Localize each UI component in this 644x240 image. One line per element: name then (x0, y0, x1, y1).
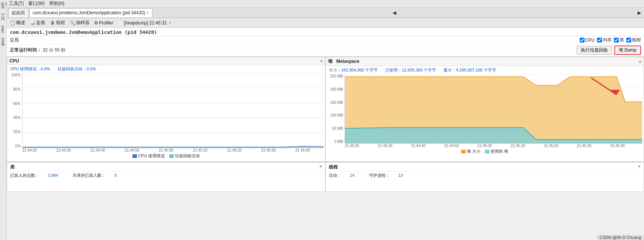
class-checkbox[interactable] (614, 38, 619, 43)
sampler-icon: 🔍 (70, 20, 75, 26)
toolbar-overview[interactable]: 📋 概述 (8, 19, 27, 27)
menu-tools[interactable]: 工具(T) (9, 0, 24, 7)
tab-home[interactable]: 起始页 (8, 8, 29, 17)
cpu-chart-svg (23, 73, 324, 148)
section-title: 监视 (10, 37, 19, 43)
menu-window[interactable]: 窗口(W) (28, 0, 44, 7)
class-panel: 类 × 已装入的总数： 3,984 共享的已装入数： 0 (7, 162, 325, 192)
gc-activity-value: 0.0% (87, 67, 96, 71)
memory-checkbox-label: 内存 (603, 37, 612, 43)
cpu-y-60: 60% (10, 102, 21, 106)
memory-checkbox[interactable] (597, 38, 602, 43)
thread-panel-header: 线程 × (329, 164, 641, 172)
thread-panel-close[interactable]: × (638, 164, 641, 170)
heapdump-close[interactable]: × (169, 21, 171, 25)
dump-button[interactable]: 堆 Dump (614, 46, 641, 55)
app-header: com.dcxuexi.jvmdemo.JvmDemoApplication (… (7, 28, 644, 36)
heap-y-150: 150 MB (329, 100, 343, 105)
toolbar-heapdump-label: [heapdump] 21:45:31 (124, 20, 167, 26)
cpu-y-100: 100% (10, 73, 21, 77)
thread-icon: 🧵 (50, 20, 55, 26)
profiler-icon: ⚙ (94, 20, 98, 26)
heap-size-legend-color (461, 150, 466, 153)
heap-max-value: 4,265,607,168 个字节 (456, 68, 496, 72)
cpu-chart-panel: CPU × CPU 使用情况：0.0% 垃圾回收活动：0.0% 100% 80% (7, 57, 325, 162)
checkbox-cpu[interactable]: CPU (580, 38, 595, 43)
heap-x-2: 21:44:40 (411, 144, 426, 148)
toolbar-heapdump[interactable]: 📄 [heapdump] 21:45:31 × (116, 20, 173, 26)
tab-app-close[interactable]: × (147, 11, 149, 15)
heapdump-icon: 📄 (118, 20, 123, 26)
left-tab-time[interactable]: 1:31 (0, 11, 6, 23)
uptime-value: 32 分 55 秒 (43, 47, 65, 53)
cpu-y-20: 20% (10, 130, 21, 134)
gc-button[interactable]: 执行垃圾回收 (577, 46, 612, 55)
left-sidebar: (pid8) 1:31 .mav cmdl (0, 0, 7, 240)
toolbar-sampler-label: 抽样器 (76, 20, 90, 26)
cpu-x-0: 21:44:20 (22, 148, 37, 152)
class-checkbox-label: 类 (620, 37, 624, 43)
thread-checkbox-label: 线程 (632, 37, 641, 43)
cpu-x-7: 21:45:30 (261, 148, 276, 152)
heap-size-value: 162,004,992 个字节 (341, 68, 378, 72)
cpu-x-6: 21:45:20 (227, 148, 242, 152)
thread-checkbox[interactable] (626, 38, 631, 43)
tab-bar: 起始页 com.dcxuexi.jvmdemo.JvmDemoApplicati… (7, 8, 644, 18)
cpu-chart-title: CPU (9, 58, 19, 64)
cpu-y-0: 0% (10, 144, 21, 148)
menu-help[interactable]: 帮助(H) (49, 0, 65, 7)
left-tab-pid[interactable]: (pid8) (0, 0, 6, 11)
thread-panel: 线程 × 活动： 14 守护进程： 13 (325, 162, 644, 192)
toolbar-profiler[interactable]: ⚙ Profiler (93, 20, 115, 26)
heap-legend-size: 堆 大小 (461, 149, 480, 154)
menu-bar: 工具(T) 窗口(W) 帮助(H) (7, 0, 644, 8)
heap-x-8: 21:45:40 (610, 144, 625, 148)
toolbar-thread[interactable]: 🧵 线程 (48, 19, 67, 27)
tab-nav-left[interactable]: ◀ (391, 9, 398, 16)
checkbox-memory[interactable]: 内存 (597, 37, 612, 43)
summary-icon: 📋 (10, 20, 15, 26)
tab-nav-right[interactable]: ▶ (636, 9, 642, 16)
toolbar-thread-label: 线程 (56, 20, 65, 26)
cpu-chart-close[interactable]: × (320, 59, 323, 63)
cpu-checkbox[interactable] (580, 38, 585, 43)
heap-y-200: 200 MB (329, 87, 343, 91)
class-shared-value: 0 (114, 173, 117, 178)
heap-size-legend-label: 堆 大小 (467, 149, 480, 154)
monitor-icon: 📊 (30, 20, 35, 26)
toolbar-monitor[interactable]: 📊 监视 (28, 19, 47, 27)
cpu-x-2: 21:44:40 (91, 148, 105, 152)
cpu-y-80: 80% (10, 87, 21, 91)
checkbox-thread[interactable]: 线程 (626, 37, 641, 43)
cpu-x-3: 21:44:50 (125, 148, 139, 152)
cpu-legend-label: CPU 使用情况 (138, 153, 164, 159)
checkbox-row: CPU 内存 类 线程 (580, 37, 641, 43)
thread-active-value: 14 (350, 173, 354, 178)
status-bar: CSDN @Mr.D.Chuang (597, 235, 644, 240)
checkbox-class[interactable]: 类 (614, 37, 624, 43)
toolbar-monitor-label: 监视 (36, 20, 45, 26)
cpu-usage-stat: CPU 使用情况：0.0% (10, 66, 50, 72)
heap-x-1: 21:44:30 (378, 144, 392, 148)
heap-chart-panel: 堆 Metaspace × 大小：162,004,992 个字节 已使用：12,… (325, 57, 644, 162)
toolbar-sampler[interactable]: 🔍 抽样器 (68, 19, 91, 27)
cpu-usage-value: 0.0% (41, 67, 50, 71)
heap-y-0: 0 MB (329, 140, 343, 144)
left-tab-maven[interactable]: .mav (0, 23, 6, 35)
heap-legend: 堆 大小 使用的 堆 (326, 148, 644, 155)
tab-app[interactable]: com.dcxuexi.jvmdemo.JvmDemoApplication (… (29, 8, 152, 17)
cpu-y-40: 40% (10, 115, 21, 120)
class-total-stat: 已装入的总数： 3,984 共享的已装入数： 0 (10, 173, 322, 178)
cpu-x-8: 21:45:40 (295, 148, 310, 152)
toolbar-overview-label: 概述 (16, 20, 25, 26)
heap-chart-close[interactable]: × (639, 59, 641, 64)
tab-home-label: 起始页 (12, 10, 25, 16)
cpu-x-1: 21:44:30 (56, 148, 71, 152)
heap-used-legend-color (485, 150, 489, 153)
cpu-checkbox-label: CPU (585, 38, 595, 43)
cpu-chart-stats: CPU 使用情况：0.0% 垃圾回收活动：0.0% (7, 65, 325, 73)
class-panel-close[interactable]: × (320, 164, 322, 170)
cpu-legend-color (132, 154, 137, 158)
heap-chart-stats: 大小：162,004,992 个字节 已使用：12,505,360 个字节 最大… (326, 66, 644, 74)
left-tab-cmdl[interactable]: cmdl (0, 35, 6, 48)
